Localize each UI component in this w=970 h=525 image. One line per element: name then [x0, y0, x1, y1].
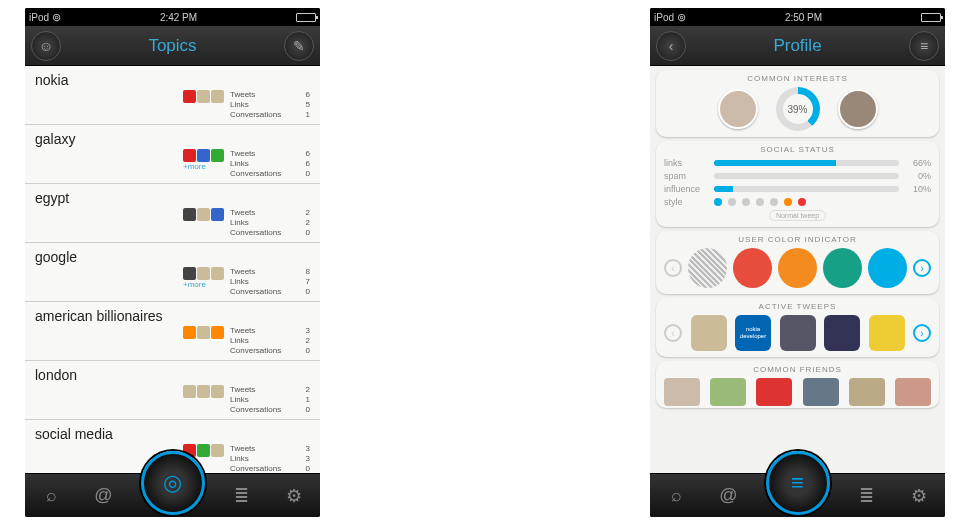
- topic-stats: Tweets2 Links1 Conversations0: [230, 385, 310, 415]
- center-dial-button[interactable]: ≡: [766, 451, 830, 515]
- source-avatar: [197, 267, 210, 280]
- color-swatch-teal[interactable]: [823, 248, 862, 288]
- clock: 2:50 PM: [785, 12, 822, 23]
- more-link[interactable]: +more: [183, 280, 224, 289]
- topic-row[interactable]: google +more Tweets8 Links7 Conversation…: [25, 243, 320, 302]
- color-swatch-orange[interactable]: [778, 248, 817, 288]
- topic-avatars: [183, 149, 224, 162]
- nav-bar: ☺ Topics ✎: [25, 26, 320, 66]
- tab-search-icon[interactable]: ⌕: [663, 483, 689, 509]
- topic-stats: Tweets3 Links3 Conversations0: [230, 444, 310, 473]
- profile-content: COMMON INTERESTS 39% SOCIAL STATUS links…: [650, 66, 945, 473]
- friend-avatar[interactable]: [803, 378, 839, 406]
- topic-avatars: [183, 90, 224, 103]
- source-avatar: [211, 326, 224, 339]
- back-button[interactable]: ‹: [656, 31, 686, 61]
- topic-row[interactable]: american billionaires Tweets3 Links2 Con…: [25, 302, 320, 361]
- common-friends-card: COMMON FRIENDS: [656, 361, 939, 408]
- tab-settings-icon[interactable]: ⚙: [906, 483, 932, 509]
- topic-stats: Tweets6 Links5 Conversations1: [230, 90, 310, 120]
- friend-avatar[interactable]: [849, 378, 885, 406]
- source-avatar: [197, 149, 210, 162]
- page-title: Topics: [148, 36, 196, 56]
- device-label: iPod: [29, 12, 49, 23]
- status-bar: iPod 2:50 PM: [650, 8, 945, 26]
- tab-list-icon[interactable]: ≣: [229, 483, 255, 509]
- topic-name: galaxy: [35, 131, 310, 147]
- next-tweeps-button[interactable]: ›: [913, 324, 931, 342]
- topic-row[interactable]: galaxy +more Tweets6 Links6 Conversation…: [25, 125, 320, 184]
- ss-label: spam: [664, 171, 708, 181]
- topic-row[interactable]: london Tweets2 Links1 Conversations0: [25, 361, 320, 420]
- nav-bar: ‹ Profile ≡: [650, 26, 945, 66]
- source-avatar: [211, 149, 224, 162]
- topic-avatars: [183, 267, 224, 280]
- source-avatar: [183, 326, 196, 339]
- page-title: Profile: [773, 36, 821, 56]
- source-avatar: [197, 90, 210, 103]
- center-dial-button[interactable]: ◎: [141, 451, 205, 515]
- device-label: iPod: [654, 12, 674, 23]
- source-avatar: [183, 385, 196, 398]
- topic-name: google: [35, 249, 310, 265]
- tab-bar: ⌕ @ ≣ ⚙ ◎: [25, 473, 320, 517]
- topic-stats: Tweets2 Links2 Conversations0: [230, 208, 310, 238]
- color-swatch-blue[interactable]: [868, 248, 907, 288]
- topic-name: london: [35, 367, 310, 383]
- friend-avatar[interactable]: [895, 378, 931, 406]
- social-status-row: spam 0%: [664, 171, 931, 181]
- card-title: COMMON INTERESTS: [664, 74, 931, 83]
- topic-row[interactable]: nokia Tweets6 Links5 Conversations1: [25, 66, 320, 125]
- source-avatar: [211, 208, 224, 221]
- tweep-avatar-nokia[interactable]: nokia developer: [735, 315, 771, 351]
- tweep-avatar[interactable]: [691, 315, 727, 351]
- friend-avatar[interactable]: [664, 378, 700, 406]
- tab-settings-icon[interactable]: ⚙: [281, 483, 307, 509]
- avatar-other[interactable]: [838, 89, 878, 129]
- source-avatar: [183, 267, 196, 280]
- source-avatar: [197, 208, 210, 221]
- ss-bar: [714, 160, 899, 166]
- friend-avatar[interactable]: [756, 378, 792, 406]
- topic-name: egypt: [35, 190, 310, 206]
- card-title: COMMON FRIENDS: [664, 365, 931, 374]
- topic-avatars: [183, 385, 224, 398]
- tab-mentions-icon[interactable]: @: [90, 483, 116, 509]
- source-avatar: [211, 90, 224, 103]
- menu-button[interactable]: ≡: [909, 31, 939, 61]
- ss-bar: [714, 173, 899, 179]
- donut-percent: 39%: [787, 104, 807, 115]
- tab-list-icon[interactable]: ≣: [854, 483, 880, 509]
- ss-bar: [714, 186, 899, 192]
- next-color-button[interactable]: ›: [913, 259, 931, 277]
- friend-avatar[interactable]: [710, 378, 746, 406]
- tweep-avatar[interactable]: [824, 315, 860, 351]
- profile-button[interactable]: ☺: [31, 31, 61, 61]
- topic-name: nokia: [35, 72, 310, 88]
- ss-value: 10%: [905, 184, 931, 194]
- wifi-icon: [677, 11, 686, 24]
- topic-stats: Tweets3 Links2 Conversations0: [230, 326, 310, 356]
- card-title: SOCIAL STATUS: [664, 145, 931, 154]
- common-interests-card: COMMON INTERESTS 39%: [656, 70, 939, 137]
- avatar-self[interactable]: [718, 89, 758, 129]
- tab-mentions-icon[interactable]: @: [715, 483, 741, 509]
- tweep-avatar[interactable]: [780, 315, 816, 351]
- phone-profile: iPod 2:50 PM ‹ Profile ≡ COMMON INTEREST…: [650, 8, 945, 517]
- source-avatar: [183, 149, 196, 162]
- source-avatar: [183, 90, 196, 103]
- source-avatar: [197, 326, 210, 339]
- color-swatch-none[interactable]: [688, 248, 727, 288]
- source-avatar: [197, 444, 210, 457]
- compose-button[interactable]: ✎: [284, 31, 314, 61]
- prev-tweeps-button[interactable]: ‹: [664, 324, 682, 342]
- tab-bar: ⌕ @ ≣ ⚙ ≡: [650, 473, 945, 517]
- tweep-avatar[interactable]: [869, 315, 905, 351]
- color-swatch-red[interactable]: [733, 248, 772, 288]
- tab-search-icon[interactable]: ⌕: [38, 483, 64, 509]
- topic-stats: Tweets6 Links6 Conversations0: [230, 149, 310, 179]
- prev-color-button[interactable]: ‹: [664, 259, 682, 277]
- topic-row[interactable]: egypt Tweets2 Links2 Conversations0: [25, 184, 320, 243]
- more-link[interactable]: +more: [183, 162, 224, 171]
- source-avatar: [211, 267, 224, 280]
